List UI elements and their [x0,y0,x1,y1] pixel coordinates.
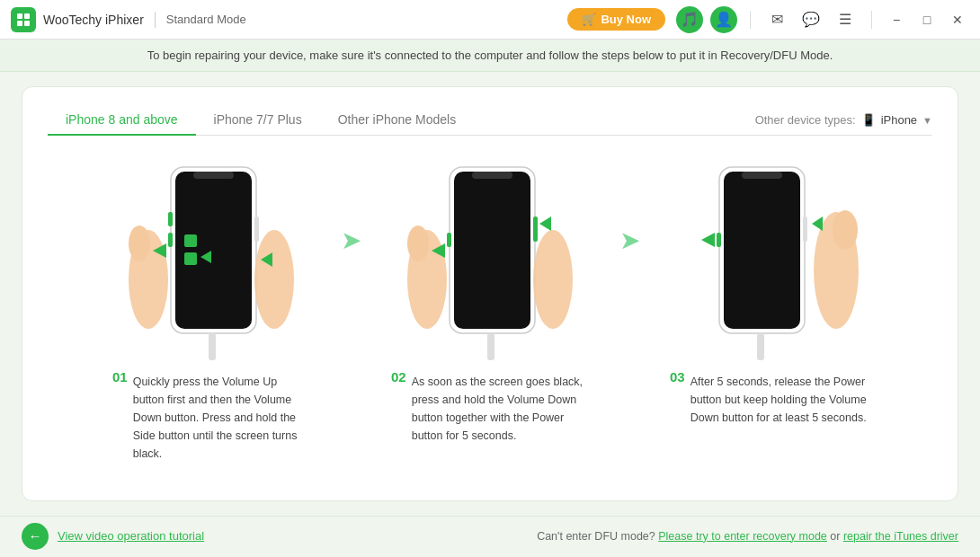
steps-container: 01 Quickly press the Volume Up button fi… [48,154,932,463]
svg-point-27 [533,230,573,329]
back-arrow-icon: ← [29,528,42,544]
svg-marker-36 [701,233,715,247]
title-divider [155,12,156,28]
step-1-num: 01 [112,369,128,385]
svg-marker-28 [539,217,551,231]
music-icon[interactable]: 🎵 [676,6,703,33]
footer-left: ← View video operation tutorial [22,523,204,550]
tab-iphone7[interactable]: iPhone 7/7 Plus [196,105,320,136]
step-3-desc: 03 After 5 seconds, release the Power bu… [670,369,868,427]
footer: ← View video operation tutorial Can't en… [0,516,980,555]
tab-iphone8[interactable]: iPhone 8 and above [48,105,196,136]
svg-rect-0 [17,13,22,19]
device-type-selector[interactable]: Other device types: 📱 iPhone ▼ [755,113,932,127]
arrow-2: ➤ [607,154,652,255]
step-3-illustration [679,154,859,369]
svg-rect-24 [447,233,451,247]
svg-rect-33 [724,172,800,329]
mail-icon[interactable]: ✉ [763,6,790,33]
svg-rect-23 [472,172,512,179]
info-message: To begin repairing your device, make sur… [147,49,833,62]
step-2-illustration [400,154,580,369]
svg-marker-38 [812,217,823,231]
svg-rect-12 [254,217,259,242]
svg-rect-39 [757,333,764,360]
device-type-icon: 📱 [861,113,876,127]
app-name: WooTechy iPhixer [43,13,144,27]
win-divider [871,11,872,29]
mode-label: Standard Mode [166,13,246,26]
or-text: or [830,530,840,543]
step-3-container: 03 After 5 seconds, release the Power bu… [652,154,886,427]
svg-rect-7 [175,172,252,329]
menu-icon[interactable]: ☰ [832,6,859,33]
step-3-text: After 5 seconds, release the Power butto… [690,373,868,427]
itunes-driver-link[interactable]: repair the iTunes driver [843,530,958,543]
svg-rect-29 [487,333,494,360]
titlebar: WooTechy iPhixer Standard Mode 🛒 Buy Now… [0,0,980,40]
step-2-num: 02 [391,369,406,385]
svg-rect-8 [193,172,234,179]
arrow-1: ➤ [328,154,373,255]
maximize-button[interactable]: □ [915,8,939,31]
buy-now-button[interactable]: 🛒 Buy Now [567,8,665,31]
user-avatar[interactable]: 👤 [710,6,737,33]
step-1-illustration [121,154,301,369]
svg-rect-2 [17,21,22,26]
recovery-mode-link[interactable]: Please try to enter recovery mode [658,530,827,543]
svg-rect-1 [24,13,30,19]
icon-divider [750,11,751,29]
svg-rect-34 [742,172,782,179]
step-1-text: Quickly press the Volume Up button first… [133,373,310,463]
svg-rect-22 [454,172,530,329]
svg-rect-13 [209,333,216,360]
step-1-desc: 01 Quickly press the Volume Up button fi… [112,369,310,463]
step-3-num: 03 [670,369,685,385]
step-2-text: As soon as the screen goes black, press … [412,373,589,445]
svg-rect-10 [168,233,173,247]
step-2-desc: 02 As soon as the screen goes black, pre… [391,369,589,445]
svg-rect-37 [803,217,807,242]
titlebar-icons: 🎵 👤 ✉ 💬 ☰ − □ ✕ [676,6,969,33]
app-logo [11,7,36,32]
svg-point-14 [254,230,294,329]
info-bar: To begin repairing your device, make sur… [0,40,980,72]
svg-rect-9 [168,212,173,226]
svg-rect-35 [717,233,721,247]
minimize-button[interactable]: − [885,8,908,31]
right-arrow-icon-1: ➤ [341,225,361,255]
svg-point-20 [407,225,429,261]
step-2-container: 02 As soon as the screen goes black, pre… [373,154,607,445]
device-type-value: iPhone [881,113,917,127]
main-content: iPhone 8 and above iPhone 7/7 Plus Other… [0,72,980,516]
footer-right: Can't enter DFU mode? Please try to ente… [537,530,958,543]
right-arrow-icon-2: ➤ [619,225,640,255]
step-1-container: 01 Quickly press the Volume Up button fi… [94,154,328,463]
cant-enter-text: Can't enter DFU mode? [537,530,655,543]
content-card: iPhone 8 and above iPhone 7/7 Plus Other… [22,86,958,501]
chevron-down-icon: ▼ [922,115,932,126]
video-tutorial-link[interactable]: View video operation tutorial [58,529,204,543]
svg-rect-16 [184,234,197,247]
svg-rect-26 [533,217,538,242]
chat-icon[interactable]: 💬 [797,6,824,33]
close-button[interactable]: ✕ [946,8,969,31]
tab-bar: iPhone 8 and above iPhone 7/7 Plus Other… [48,105,932,136]
tab-other-iphone[interactable]: Other iPhone Models [320,105,475,136]
svg-rect-3 [24,21,30,26]
svg-point-31 [833,210,858,250]
svg-rect-17 [184,252,197,265]
device-type-label: Other device types: [755,113,856,127]
svg-point-5 [129,225,150,261]
back-button[interactable]: ← [22,523,49,550]
